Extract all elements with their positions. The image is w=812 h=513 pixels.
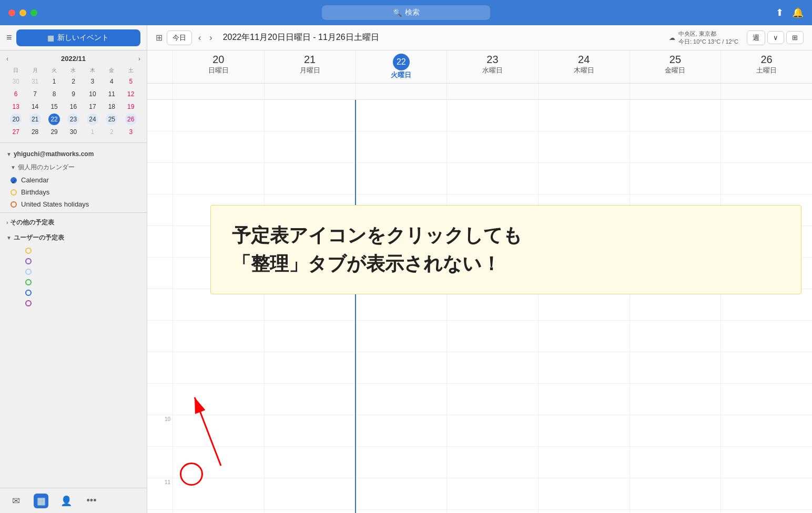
thu-cell-10[interactable] (539, 384, 630, 415)
day-28[interactable]: 28 (29, 126, 41, 138)
tue-cell-3[interactable] (356, 163, 446, 194)
tue-cell-9[interactable] (356, 352, 446, 384)
cal-pin-icon[interactable]: ⊞ (156, 33, 163, 43)
people-icon-btn[interactable]: 👤 (59, 494, 74, 508)
mon-cell-12[interactable] (265, 447, 356, 478)
wed-cell-11[interactable] (447, 415, 538, 447)
user-cal-4[interactable] (15, 277, 147, 288)
fri-cell-11[interactable] (630, 415, 721, 447)
user-cal-2[interactable] (15, 256, 147, 266)
sat-cell-3[interactable] (721, 163, 812, 194)
sun-cell-2[interactable] (173, 131, 264, 163)
fri-cell-9[interactable] (630, 352, 721, 384)
day-col-mon[interactable] (264, 100, 356, 513)
sat-cell-2[interactable] (721, 131, 812, 163)
maximize-dot[interactable] (31, 9, 37, 16)
day-27[interactable]: 27 (10, 126, 22, 138)
mon-cell-8[interactable] (265, 321, 356, 352)
allday-sun[interactable] (172, 84, 264, 99)
day-25[interactable]: 25 (106, 114, 117, 125)
day-31-oct[interactable]: 31 (29, 76, 41, 87)
other-calendars-section[interactable]: › その他の予定表 (0, 215, 147, 230)
tue-cell-1[interactable] (356, 100, 446, 131)
fri-cell-2[interactable] (630, 131, 721, 163)
day-col-tue[interactable] (355, 100, 446, 513)
day-10[interactable]: 10 (87, 88, 98, 100)
mon-cell-1[interactable] (265, 100, 356, 131)
sat-cell-10[interactable] (721, 384, 812, 415)
tue-cell-14[interactable] (356, 510, 446, 513)
wed-cell-1[interactable] (447, 100, 538, 131)
week-view-button[interactable]: 週 (747, 30, 765, 45)
day-15[interactable]: 15 (48, 101, 60, 112)
wed-cell-10[interactable] (447, 384, 538, 415)
wed-cell-9[interactable] (447, 352, 538, 384)
day-8[interactable]: 8 (48, 88, 60, 100)
grid-view-button[interactable]: ⊞ (786, 31, 804, 44)
day-6[interactable]: 6 (10, 88, 22, 100)
share-icon[interactable]: ⬆ (776, 7, 784, 18)
sun-cell-1[interactable] (173, 100, 264, 131)
fri-cell-1[interactable] (630, 100, 721, 131)
thu-cell-2[interactable] (539, 131, 630, 163)
calendar-item-birthdays[interactable]: Birthdays (0, 186, 147, 198)
search-bar[interactable]: 🔍 検索 (322, 5, 490, 20)
today-button[interactable]: 今日 (167, 30, 192, 45)
fri-cell-10[interactable] (630, 384, 721, 415)
new-event-button[interactable]: ▦ 新しいイベント (16, 29, 140, 46)
allday-mon[interactable] (264, 84, 356, 99)
day-16[interactable]: 16 (67, 101, 79, 112)
mon-cell-10[interactable] (265, 384, 356, 415)
wed-cell-14[interactable] (447, 510, 538, 513)
sat-cell-9[interactable] (721, 352, 812, 384)
close-dot[interactable] (8, 9, 15, 16)
thu-cell-9[interactable] (539, 352, 630, 384)
sat-cell-1[interactable] (721, 100, 812, 131)
day-4[interactable]: 4 (106, 76, 117, 87)
day-col-sun[interactable] (172, 100, 264, 513)
sat-cell-14[interactable] (721, 510, 812, 513)
wed-cell-3[interactable] (447, 163, 538, 194)
day-col-thu[interactable] (538, 100, 630, 513)
user-cal-1[interactable] (15, 245, 147, 256)
user-cal-5[interactable] (15, 288, 147, 298)
sun-cell-11[interactable] (173, 415, 264, 447)
day-7[interactable]: 7 (29, 88, 41, 100)
day-9[interactable]: 9 (67, 88, 79, 100)
user-cal-6[interactable] (15, 298, 147, 309)
day-col-wed[interactable] (446, 100, 538, 513)
mon-cell-11[interactable] (265, 415, 356, 447)
day-1-dec[interactable]: 1 (87, 126, 98, 138)
mon-cell-9[interactable] (265, 352, 356, 384)
day-23[interactable]: 23 (67, 114, 79, 125)
next-week-button[interactable]: › (207, 32, 214, 44)
account-section[interactable]: ▼ yhiguchi@mathworks.com (0, 147, 147, 161)
sun-cell-8[interactable] (173, 321, 264, 352)
wed-cell-8[interactable] (447, 321, 538, 352)
thu-cell-11[interactable] (539, 415, 630, 447)
thu-cell-14[interactable] (539, 510, 630, 513)
fri-cell-3[interactable] (630, 163, 721, 194)
tue-cell-2[interactable] (356, 131, 446, 163)
allday-thu[interactable] (538, 84, 630, 99)
sat-cell-8[interactable] (721, 321, 812, 352)
day-col-sat[interactable] (720, 100, 812, 513)
fri-cell-14[interactable] (630, 510, 721, 513)
day-18[interactable]: 18 (106, 101, 117, 112)
day-21[interactable]: 21 (29, 114, 41, 125)
day-30-oct[interactable]: 30 (10, 76, 22, 87)
mon-cell-14[interactable] (265, 510, 356, 513)
day-19[interactable]: 19 (125, 101, 137, 112)
mon-cell-3[interactable] (265, 163, 356, 194)
wed-cell-13[interactable] (447, 478, 538, 510)
day-14[interactable]: 14 (29, 101, 41, 112)
fri-cell-12[interactable] (630, 447, 721, 478)
sat-cell-11[interactable] (721, 415, 812, 447)
allday-wed[interactable] (446, 84, 538, 99)
day-22-today[interactable]: 22 (48, 114, 60, 125)
mon-cell-2[interactable] (265, 131, 356, 163)
allday-fri[interactable] (630, 84, 721, 99)
day-24[interactable]: 24 (87, 114, 98, 125)
day-col-fri[interactable] (630, 100, 721, 513)
day-1[interactable]: 1 (48, 76, 60, 87)
